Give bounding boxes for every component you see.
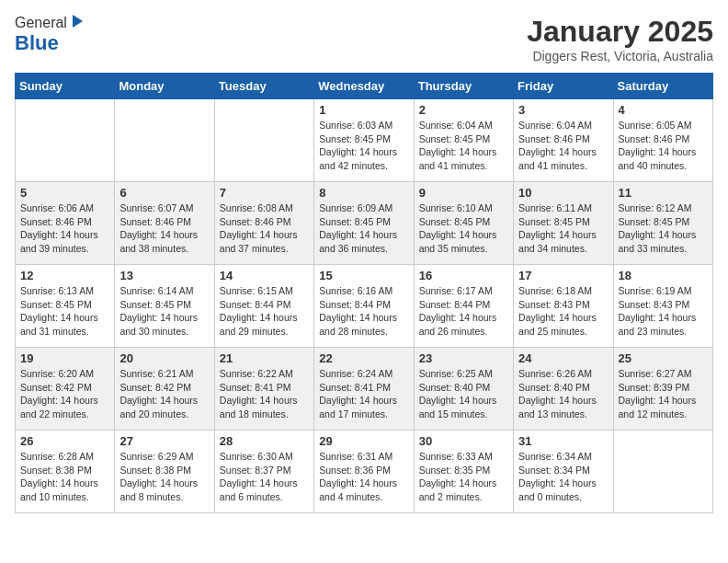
day-number: 28 [220, 434, 309, 448]
day-info: Sunrise: 6:10 AM Sunset: 8:45 PM Dayligh… [419, 201, 508, 256]
day-number: 30 [419, 434, 508, 448]
day-info: Sunrise: 6:15 AM Sunset: 8:44 PM Dayligh… [220, 284, 309, 339]
calendar-day-cell: 13Sunrise: 6:14 AM Sunset: 8:45 PM Dayli… [115, 265, 214, 348]
calendar-day-cell: 23Sunrise: 6:25 AM Sunset: 8:40 PM Dayli… [414, 348, 513, 431]
calendar-day-cell: 14Sunrise: 6:15 AM Sunset: 8:44 PM Dayli… [214, 265, 313, 348]
calendar-day-cell: 31Sunrise: 6:34 AM Sunset: 8:34 PM Dayli… [514, 431, 613, 513]
day-info: Sunrise: 6:19 AM Sunset: 8:43 PM Dayligh… [619, 284, 708, 339]
day-number: 10 [518, 186, 608, 200]
calendar-day-cell: 30Sunrise: 6:33 AM Sunset: 8:35 PM Dayli… [414, 431, 513, 513]
day-number: 15 [319, 269, 408, 282]
calendar-day-cell: 19Sunrise: 6:20 AM Sunset: 8:42 PM Dayli… [16, 348, 115, 431]
day-info: Sunrise: 6:17 AM Sunset: 8:44 PM Dayligh… [419, 284, 508, 339]
day-number: 31 [518, 434, 608, 448]
calendar-day-cell [613, 431, 712, 513]
day-info: Sunrise: 6:03 AM Sunset: 8:45 PM Dayligh… [319, 119, 408, 173]
day-info: Sunrise: 6:06 AM Sunset: 8:46 PM Dayligh… [20, 201, 109, 256]
day-info: Sunrise: 6:27 AM Sunset: 8:39 PM Dayligh… [619, 367, 708, 421]
calendar-week-row: 26Sunrise: 6:28 AM Sunset: 8:38 PM Dayli… [16, 431, 713, 513]
day-number: 25 [619, 351, 708, 365]
day-number: 4 [619, 103, 708, 117]
day-number: 3 [518, 103, 608, 117]
day-of-week-header: Wednesday [314, 74, 414, 99]
day-number: 18 [619, 269, 708, 282]
logo-general-text: General [15, 15, 67, 31]
day-number: 17 [518, 269, 608, 282]
calendar-week-row: 1Sunrise: 6:03 AM Sunset: 8:45 PM Daylig… [16, 99, 713, 182]
day-info: Sunrise: 6:31 AM Sunset: 8:36 PM Dayligh… [319, 450, 408, 504]
logo-blue-text: Blue [15, 31, 59, 55]
calendar-day-cell [115, 99, 214, 182]
day-number: 1 [319, 103, 408, 117]
day-info: Sunrise: 6:22 AM Sunset: 8:41 PM Dayligh… [220, 367, 309, 421]
calendar-day-cell: 15Sunrise: 6:16 AM Sunset: 8:44 PM Dayli… [314, 265, 414, 348]
page-header: General Blue January 2025 Diggers Rest, … [15, 15, 713, 63]
location-title: Diggers Rest, Victoria, Australia [527, 49, 713, 63]
day-number: 24 [518, 351, 608, 365]
calendar-day-cell: 25Sunrise: 6:27 AM Sunset: 8:39 PM Dayli… [613, 348, 712, 431]
calendar-week-row: 12Sunrise: 6:13 AM Sunset: 8:45 PM Dayli… [16, 265, 713, 348]
day-of-week-header: Friday [514, 74, 613, 99]
logo: General Blue [15, 15, 85, 55]
day-number: 21 [220, 351, 309, 365]
day-number: 23 [419, 351, 508, 365]
day-number: 2 [419, 103, 508, 117]
calendar-day-cell: 6Sunrise: 6:07 AM Sunset: 8:46 PM Daylig… [115, 182, 214, 265]
day-info: Sunrise: 6:28 AM Sunset: 8:38 PM Dayligh… [20, 450, 109, 504]
day-number: 22 [319, 351, 408, 365]
day-of-week-header: Tuesday [214, 74, 313, 99]
calendar-day-cell [214, 99, 313, 182]
day-of-week-header: Sunday [16, 74, 115, 99]
day-number: 13 [119, 269, 209, 282]
calendar-day-cell: 22Sunrise: 6:24 AM Sunset: 8:41 PM Dayli… [314, 348, 414, 431]
calendar-day-cell: 10Sunrise: 6:11 AM Sunset: 8:45 PM Dayli… [514, 182, 613, 265]
calendar-day-cell: 11Sunrise: 6:12 AM Sunset: 8:45 PM Dayli… [613, 182, 712, 265]
calendar-header-row: SundayMondayTuesdayWednesdayThursdayFrid… [16, 74, 713, 99]
day-info: Sunrise: 6:07 AM Sunset: 8:46 PM Dayligh… [119, 201, 209, 256]
calendar-day-cell: 26Sunrise: 6:28 AM Sunset: 8:38 PM Dayli… [16, 431, 115, 513]
day-info: Sunrise: 6:09 AM Sunset: 8:45 PM Dayligh… [319, 201, 408, 256]
day-number: 12 [20, 269, 109, 282]
day-info: Sunrise: 6:12 AM Sunset: 8:45 PM Dayligh… [619, 201, 708, 256]
day-number: 16 [419, 269, 508, 282]
day-info: Sunrise: 6:34 AM Sunset: 8:34 PM Dayligh… [518, 450, 608, 504]
day-info: Sunrise: 6:18 AM Sunset: 8:43 PM Dayligh… [518, 284, 608, 339]
day-info: Sunrise: 6:11 AM Sunset: 8:45 PM Dayligh… [518, 201, 608, 256]
calendar-day-cell: 2Sunrise: 6:04 AM Sunset: 8:45 PM Daylig… [414, 99, 513, 182]
calendar-day-cell: 27Sunrise: 6:29 AM Sunset: 8:38 PM Dayli… [115, 431, 214, 513]
logo-triangle-icon [68, 13, 85, 29]
day-info: Sunrise: 6:25 AM Sunset: 8:40 PM Dayligh… [419, 367, 508, 421]
day-number: 29 [319, 434, 408, 448]
calendar-week-row: 19Sunrise: 6:20 AM Sunset: 8:42 PM Dayli… [16, 348, 713, 431]
day-number: 11 [619, 186, 708, 200]
month-title: January 2025 [527, 15, 713, 49]
calendar-day-cell: 7Sunrise: 6:08 AM Sunset: 8:46 PM Daylig… [214, 182, 313, 265]
day-info: Sunrise: 6:13 AM Sunset: 8:45 PM Dayligh… [20, 284, 109, 339]
day-number: 6 [119, 186, 209, 200]
day-number: 26 [20, 434, 109, 448]
calendar-day-cell: 20Sunrise: 6:21 AM Sunset: 8:42 PM Dayli… [115, 348, 214, 431]
calendar-day-cell: 1Sunrise: 6:03 AM Sunset: 8:45 PM Daylig… [314, 99, 414, 182]
day-info: Sunrise: 6:04 AM Sunset: 8:45 PM Dayligh… [419, 119, 508, 173]
calendar-day-cell: 9Sunrise: 6:10 AM Sunset: 8:45 PM Daylig… [414, 182, 513, 265]
calendar-day-cell: 16Sunrise: 6:17 AM Sunset: 8:44 PM Dayli… [414, 265, 513, 348]
calendar-week-row: 5Sunrise: 6:06 AM Sunset: 8:46 PM Daylig… [16, 182, 713, 265]
calendar-day-cell: 21Sunrise: 6:22 AM Sunset: 8:41 PM Dayli… [214, 348, 313, 431]
day-info: Sunrise: 6:29 AM Sunset: 8:38 PM Dayligh… [119, 450, 209, 504]
day-number: 9 [419, 186, 508, 200]
svg-marker-0 [73, 15, 83, 28]
day-info: Sunrise: 6:20 AM Sunset: 8:42 PM Dayligh… [20, 367, 109, 421]
day-info: Sunrise: 6:05 AM Sunset: 8:46 PM Dayligh… [619, 119, 708, 173]
day-number: 8 [319, 186, 408, 200]
day-of-week-header: Monday [115, 74, 214, 99]
calendar-day-cell: 17Sunrise: 6:18 AM Sunset: 8:43 PM Dayli… [514, 265, 613, 348]
calendar-day-cell: 18Sunrise: 6:19 AM Sunset: 8:43 PM Dayli… [613, 265, 712, 348]
calendar-day-cell [16, 99, 115, 182]
calendar-day-cell: 3Sunrise: 6:04 AM Sunset: 8:46 PM Daylig… [514, 99, 613, 182]
day-number: 5 [20, 186, 109, 200]
calendar-day-cell: 4Sunrise: 6:05 AM Sunset: 8:46 PM Daylig… [613, 99, 712, 182]
day-info: Sunrise: 6:21 AM Sunset: 8:42 PM Dayligh… [119, 367, 209, 421]
day-info: Sunrise: 6:08 AM Sunset: 8:46 PM Dayligh… [220, 201, 309, 256]
day-of-week-header: Saturday [613, 74, 712, 99]
calendar-table: SundayMondayTuesdayWednesdayThursdayFrid… [15, 73, 713, 513]
